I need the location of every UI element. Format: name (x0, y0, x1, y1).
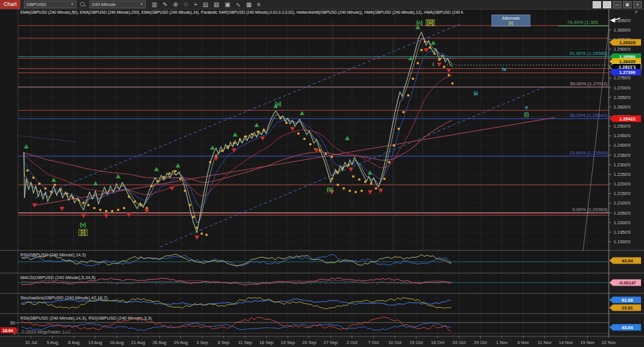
fib-label[interactable]: 61.80% (1.28580) (569, 51, 608, 56)
macd-histogram-bar (60, 282, 61, 283)
indicator-label: MACD(GBPUSD (240 Minute),5,34,5) (20, 275, 95, 280)
crosshair-icon[interactable]: + (194, 0, 198, 9)
sar-dot-icon (309, 143, 312, 145)
wave-label[interactable]: (i) (524, 111, 529, 117)
sar-dot-icon (402, 111, 405, 113)
date-axis-label: 11 Sep (238, 340, 252, 345)
fib-label[interactable]: 50.00% (1.27011) (570, 81, 608, 86)
chart-style-icon[interactable]: ▥ (152, 0, 157, 9)
window-controls: —▣× (593, 1, 642, 8)
sar-dot-icon (221, 150, 223, 152)
price-axis-label: 1.2600'0 (614, 104, 631, 110)
wave-label[interactable]: i (433, 61, 434, 67)
sar-dot-icon (44, 187, 47, 190)
sar-dot-icon (140, 204, 142, 206)
instrument-value: GBPUSD (26, 1, 68, 8)
sar-dot-icon (347, 164, 350, 166)
chart-canvas[interactable]: 76.40% (1.30561.80% (1.28580)50.00% (1.2… (0, 0, 644, 347)
date-axis-label: 19 Sep (281, 340, 295, 345)
fib-label[interactable]: 76.40% (1.305 (567, 20, 599, 25)
sar-dot-icon (443, 66, 445, 68)
price-axis-label: 1.1950'0 (614, 230, 631, 235)
wave-label[interactable]: [i] (81, 230, 85, 236)
fib-label[interactable]: 38.20% (1.25442) (569, 113, 608, 118)
sar-dot-icon (111, 210, 113, 212)
send-to-icon[interactable]: ▧ (214, 0, 219, 9)
chart-trader-icon[interactable]: ▤ (202, 0, 208, 9)
date-axis-label: 29 Oct (474, 340, 488, 345)
sar-dot-icon (179, 178, 181, 180)
fib-label[interactable]: 23.60% (1.23500) (569, 150, 608, 156)
macd-histogram-bar (215, 283, 216, 284)
workspace-button-1[interactable] (593, 1, 601, 8)
wave-label[interactable]: (c) (417, 20, 423, 26)
macd-histogram-bar (30, 283, 31, 284)
price-axis-label: 1.2300'0 (614, 162, 631, 168)
wave-label[interactable]: iv (502, 66, 506, 72)
data-series-icon[interactable]: ▦ (246, 0, 251, 9)
price-axis-label: 1.2650'0 (614, 95, 631, 100)
date-axis-label: 1 Nov (496, 340, 508, 345)
workspace-button-2[interactable] (603, 1, 611, 8)
indicator-value-badge-value: 43.04 (622, 258, 634, 264)
sar-dot-icon (303, 138, 306, 140)
restore-button[interactable]: ▣ (623, 1, 631, 8)
macd-histogram-bar (21, 283, 22, 284)
fib-label[interactable]: 0.00% (1.20363) (572, 207, 608, 212)
date-axis-label: 5 Aug (47, 340, 58, 345)
macd-histogram-bar (144, 283, 144, 283)
wave-label[interactable]: (b) (327, 187, 334, 193)
search-icon[interactable] (79, 1, 86, 8)
sar-dot-icon (297, 132, 300, 135)
macd-histogram-bar (326, 283, 326, 284)
sar-dot-icon (128, 196, 130, 198)
close-button[interactable]: × (633, 1, 642, 8)
sar-dot-icon (99, 209, 101, 211)
snapshot-icon[interactable]: ▣ (224, 0, 230, 9)
sar-dot-icon (227, 145, 229, 148)
macd-histogram-bar (299, 281, 300, 283)
draw-tool-icon[interactable]: ✎ (162, 0, 167, 9)
sar-dot-icon (123, 207, 125, 209)
wave-label[interactable]: (v) (80, 222, 87, 228)
instrument-select[interactable]: GBPUSD ▼ (24, 1, 76, 8)
macd-histogram-bar (108, 281, 109, 283)
macd-histogram-bar (436, 283, 437, 283)
macd-histogram-bar (365, 281, 365, 283)
sar-dot-icon (196, 227, 198, 229)
date-axis-label: 26 Aug (152, 340, 166, 345)
minimize-button[interactable]: — (613, 1, 621, 8)
wave-label[interactable]: (a) (275, 101, 282, 107)
price-axis-label: 1.2700'0 (614, 85, 631, 91)
macd-histogram-bar (129, 281, 130, 283)
macd-histogram-bar (320, 283, 321, 284)
sar-dot-icon (279, 117, 282, 119)
wave-label[interactable]: iii (473, 91, 477, 97)
sar-dot-icon (352, 175, 355, 178)
macd-histogram-bar (132, 281, 133, 283)
macd-histogram-bar (198, 281, 198, 283)
interval-select[interactable]: 240 Minute ▼ (90, 1, 146, 8)
sar-dot-icon (448, 74, 450, 76)
indicator-label: RSI(GBPUSD (240 Minute),14,3), RSI(GBPUS… (20, 315, 152, 321)
properties-icon[interactable]: ≡ (257, 0, 261, 9)
chevron-down-icon: ▼ (140, 1, 143, 8)
macd-histogram-bar (195, 283, 195, 284)
date-axis-label: 29 Aug (174, 340, 187, 345)
wave-label[interactable]: v (525, 104, 528, 110)
price-axis-label: 1.2900'0 (614, 47, 631, 52)
indicators-icon[interactable]: ∿ (236, 0, 241, 9)
date-axis-label: 27 Sep (323, 340, 338, 345)
macd-histogram-bar (344, 283, 344, 284)
wave-label[interactable]: [ii] (427, 20, 434, 26)
macd-histogram-bar (162, 283, 162, 284)
sar-dot-icon (375, 187, 377, 190)
sar-dot-icon (285, 122, 288, 124)
macd-histogram-bar (168, 283, 168, 283)
axis-corner-label: F (635, 10, 638, 15)
chart-tab[interactable]: Chart (0, 0, 20, 9)
macd-histogram-bar (314, 283, 315, 283)
date-axis-label: 22 Nov (602, 340, 616, 345)
sar-dot-icon (117, 209, 119, 211)
zoom-in-icon[interactable]: ⊕ (173, 0, 178, 9)
